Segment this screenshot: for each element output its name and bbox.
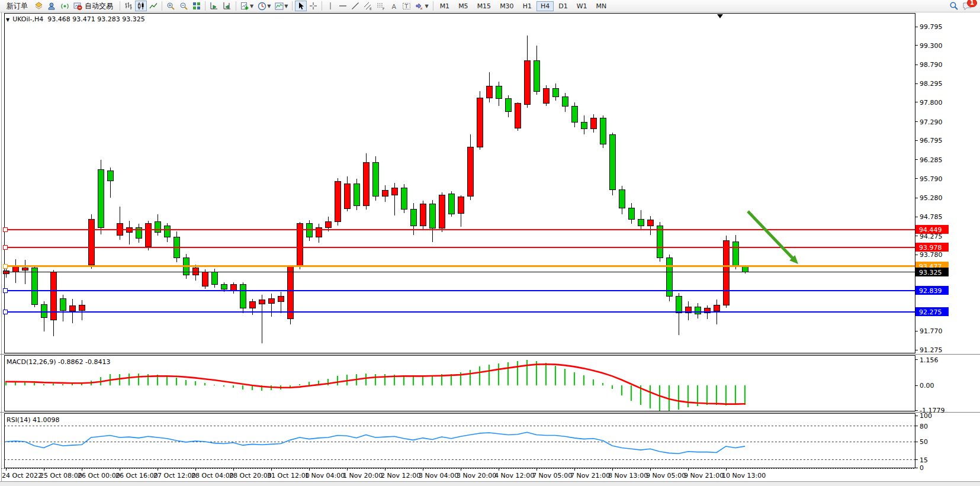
time-tick-label: 9 Nov 05:00 bbox=[646, 472, 686, 479]
indicators-add-icon bbox=[240, 2, 249, 11]
arrows-button[interactable]: ▼ bbox=[413, 1, 430, 11]
time-tick-label: 25 Oct 08:00 bbox=[40, 472, 82, 479]
timeframe-mn[interactable]: MN bbox=[592, 1, 611, 11]
macd-axis-label: 1.156 bbox=[920, 356, 939, 364]
horizontal-line-button[interactable] bbox=[337, 1, 349, 11]
auto-trading-button[interactable]: 自动交易 bbox=[72, 1, 117, 11]
price-line-badge-label: 94.449 bbox=[919, 226, 942, 234]
indicators-button[interactable]: ▼ bbox=[239, 1, 255, 11]
history-stack-button[interactable] bbox=[33, 1, 45, 11]
template-icon bbox=[275, 2, 284, 11]
candlestick-chart-button[interactable] bbox=[135, 1, 147, 11]
candle-body bbox=[676, 297, 682, 313]
time-tick-label: 26 Oct 16:00 bbox=[115, 472, 158, 479]
text-label-icon: T bbox=[402, 2, 411, 11]
chart-menu-icon[interactable]: ▼ bbox=[6, 17, 9, 22]
auto-scroll-icon bbox=[210, 2, 219, 11]
fibonacci-button[interactable]: F bbox=[375, 1, 387, 11]
candle-body bbox=[448, 194, 454, 214]
candle-body bbox=[249, 301, 255, 308]
text-button[interactable]: A bbox=[388, 1, 400, 11]
toolbar-separator bbox=[205, 1, 205, 11]
crosshair-button[interactable] bbox=[307, 1, 319, 11]
candle-body bbox=[647, 220, 653, 226]
trendline-button[interactable] bbox=[349, 1, 361, 11]
vertical-line-button[interactable] bbox=[324, 1, 336, 11]
line-anchor-handle[interactable] bbox=[3, 288, 7, 292]
timeframe-h4[interactable]: H4 bbox=[536, 1, 554, 11]
line-anchor-handle[interactable] bbox=[3, 310, 7, 314]
timeframe-m15[interactable]: M15 bbox=[473, 1, 496, 11]
new-order-label: 新订单 bbox=[4, 1, 30, 11]
bar-chart-button[interactable] bbox=[123, 1, 134, 11]
text-label-button[interactable]: T bbox=[400, 1, 413, 11]
zoom-out-button[interactable] bbox=[178, 1, 190, 11]
line-anchor-handle[interactable] bbox=[3, 245, 7, 249]
price-tick-label: 98.295 bbox=[920, 80, 943, 88]
time-tick-label: 8 Nov 13:00 bbox=[608, 472, 648, 479]
line-anchor-handle[interactable] bbox=[3, 264, 7, 268]
periods-clock-icon bbox=[258, 2, 266, 11]
profile-button[interactable] bbox=[46, 1, 58, 11]
svg-text:F: F bbox=[383, 7, 385, 11]
timeframe-h1[interactable]: H1 bbox=[519, 1, 536, 11]
toolbar-separator bbox=[120, 1, 120, 11]
candle-body bbox=[732, 242, 738, 267]
candle-body bbox=[723, 241, 729, 305]
svg-text:T: T bbox=[404, 4, 409, 9]
chart-shift-button[interactable] bbox=[221, 1, 233, 11]
timeframe-w1[interactable]: W1 bbox=[573, 1, 592, 11]
equidistant-channel-button[interactable]: E bbox=[362, 1, 374, 11]
price-tick-label: 91.770 bbox=[920, 327, 943, 335]
window-bottom-strip bbox=[0, 481, 980, 486]
zoom-in-button[interactable] bbox=[165, 1, 177, 11]
macd-signal-value: -0.8413 bbox=[85, 358, 110, 366]
mt4-terminal-window: { "toolbar": { "new_order_label": "新订单",… bbox=[0, 0, 980, 486]
line-anchor-handle[interactable] bbox=[3, 227, 7, 231]
auto-trading-label: 自动交易 bbox=[82, 1, 115, 11]
candle-body bbox=[297, 224, 303, 267]
signals-button[interactable] bbox=[59, 1, 71, 11]
time-tick-label: 3 Nov 04:00 bbox=[419, 472, 458, 479]
candle-body bbox=[420, 204, 426, 226]
candle-body bbox=[145, 224, 151, 246]
periods-button[interactable]: ▼ bbox=[256, 1, 272, 11]
price-tick-label: 94.785 bbox=[920, 213, 943, 221]
candle-body bbox=[325, 222, 331, 228]
price-tick-label: 99.300 bbox=[920, 42, 943, 50]
rsi-axis-label: 50 bbox=[920, 438, 928, 446]
timeframe-m30[interactable]: M30 bbox=[496, 1, 518, 11]
candle-body bbox=[477, 98, 483, 147]
macd-name: MACD(12,26,9) bbox=[7, 358, 56, 366]
notification-badge: 1 bbox=[967, 0, 977, 7]
toolbar-right-group: 1 bbox=[947, 1, 974, 11]
candle-body bbox=[230, 284, 236, 291]
new-order-button[interactable]: 新订单 bbox=[2, 1, 32, 11]
vertical-line-icon bbox=[327, 2, 334, 10]
chevron-down-icon: ▼ bbox=[250, 4, 253, 9]
templates-button[interactable]: ▼ bbox=[273, 1, 290, 11]
timeframe-m5[interactable]: M5 bbox=[454, 1, 473, 11]
candle-body bbox=[211, 272, 217, 285]
search-button[interactable] bbox=[947, 1, 960, 11]
timeframe-d1[interactable]: D1 bbox=[554, 1, 571, 11]
line-chart-button[interactable] bbox=[147, 1, 159, 11]
price-line-badge-label: 92.839 bbox=[919, 287, 942, 295]
candle-body bbox=[600, 118, 606, 144]
chat-button[interactable]: 1 bbox=[960, 1, 974, 11]
auto-scroll-button[interactable] bbox=[208, 1, 220, 11]
bar-chart-icon bbox=[124, 2, 133, 10]
time-tick-label: 3 Nov 20:00 bbox=[457, 472, 496, 479]
crosshair-icon bbox=[309, 2, 317, 10]
candle-body bbox=[524, 61, 530, 104]
auto-trading-icon bbox=[73, 2, 82, 11]
time-tick-label: 9 Nov 21:00 bbox=[684, 472, 724, 479]
candle-body bbox=[240, 284, 246, 308]
chart-canvas[interactable]: 99.79599.30098.79098.29597.80097.29096.7… bbox=[0, 12, 980, 486]
candle-body bbox=[571, 106, 577, 122]
timeframe-m1[interactable]: M1 bbox=[436, 1, 454, 11]
candle-body bbox=[429, 204, 435, 228]
cursor-button[interactable] bbox=[295, 1, 307, 11]
tile-windows-button[interactable] bbox=[191, 1, 203, 11]
candle-body bbox=[401, 188, 407, 210]
